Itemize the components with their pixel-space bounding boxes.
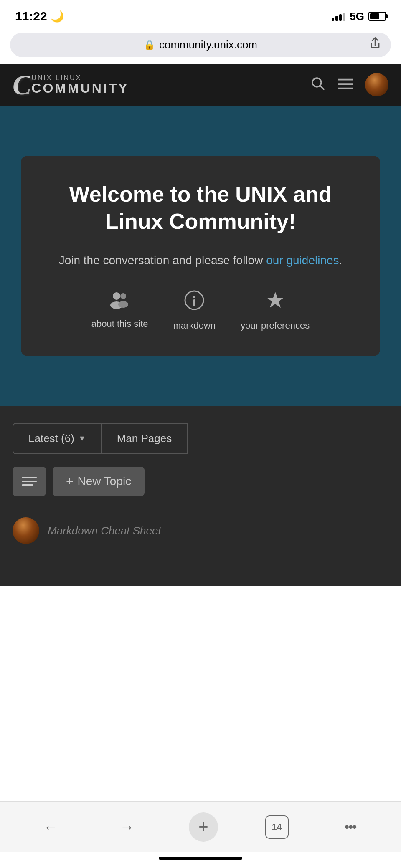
moon-icon: 🌙 bbox=[51, 10, 64, 23]
new-topic-plus-icon: + bbox=[66, 474, 74, 488]
list-view-icon bbox=[22, 477, 37, 486]
nav-header: C UNIX LINUX COMMUNITY bbox=[0, 64, 401, 106]
post-title-preview: Markdown Cheat Sheet bbox=[48, 524, 161, 537]
content-section: Latest (6) ▼ Man Pages + New Topic Markd… bbox=[0, 406, 401, 544]
quick-links: about this site markdown bbox=[42, 290, 359, 331]
forward-icon: → bbox=[119, 818, 135, 836]
home-indicator bbox=[0, 852, 401, 868]
more-options-button[interactable]: ••• bbox=[336, 812, 365, 842]
more-options-icon: ••• bbox=[345, 819, 356, 835]
back-button[interactable]: ← bbox=[36, 812, 65, 842]
about-this-site-label: about this site bbox=[91, 319, 148, 329]
time-display: 11:22 bbox=[15, 9, 47, 23]
url-text: community.unix.com bbox=[159, 38, 257, 51]
nav-icons bbox=[310, 73, 388, 96]
lock-icon: 🔒 bbox=[144, 40, 155, 51]
svg-line-1 bbox=[320, 86, 324, 89]
signal-bars bbox=[332, 12, 345, 21]
tab-latest[interactable]: Latest (6) ▼ bbox=[13, 423, 102, 454]
user-avatar[interactable] bbox=[365, 73, 388, 96]
search-icon[interactable] bbox=[310, 76, 325, 94]
network-type: 5G bbox=[350, 10, 364, 23]
site-logo[interactable]: C UNIX LINUX COMMUNITY bbox=[13, 68, 129, 101]
welcome-sub-text: Join the conversation and please follow bbox=[59, 254, 266, 267]
star-icon bbox=[265, 290, 285, 314]
logo-community: COMMUNITY bbox=[31, 81, 129, 95]
url-bar-container: 🔒 community.unix.com bbox=[0, 29, 401, 64]
actions-row: + New Topic bbox=[13, 467, 388, 496]
tab-latest-dropdown-arrow: ▼ bbox=[79, 434, 86, 443]
status-right: 5G bbox=[332, 10, 386, 23]
battery-indicator bbox=[368, 12, 386, 21]
welcome-subtitle: Join the conversation and please follow … bbox=[42, 252, 359, 269]
new-topic-button[interactable]: + New Topic bbox=[53, 467, 145, 496]
welcome-card: Welcome to the UNIX and Linux Community!… bbox=[21, 156, 380, 356]
back-icon: ← bbox=[43, 818, 58, 836]
svg-rect-11 bbox=[193, 299, 195, 306]
new-topic-label: New Topic bbox=[78, 475, 132, 488]
status-bar: 11:22 🌙 5G bbox=[0, 0, 401, 29]
tabs-count: 14 bbox=[272, 822, 282, 833]
avatar-image bbox=[365, 73, 388, 96]
markdown-label: markdown bbox=[173, 320, 216, 331]
home-bar bbox=[159, 857, 242, 860]
people-icon bbox=[109, 290, 131, 313]
svg-point-10 bbox=[193, 296, 195, 298]
list-view-button[interactable] bbox=[13, 467, 46, 496]
status-time: 11:22 🌙 bbox=[15, 9, 64, 23]
svg-marker-12 bbox=[267, 292, 284, 308]
browser-nav-bar: ← → + 14 ••• bbox=[0, 801, 401, 868]
share-icon[interactable] bbox=[369, 37, 381, 53]
welcome-title: Welcome to the UNIX and Linux Community! bbox=[42, 181, 359, 235]
browser-nav: ← → + 14 ••• bbox=[0, 802, 401, 852]
tabs-count-button[interactable]: 14 bbox=[265, 815, 289, 839]
tab-man-pages[interactable]: Man Pages bbox=[102, 423, 188, 454]
menu-icon[interactable] bbox=[338, 77, 353, 93]
info-icon bbox=[184, 290, 204, 314]
content-spacer bbox=[0, 544, 401, 586]
new-tab-button[interactable]: + bbox=[189, 812, 218, 842]
tabs-row: Latest (6) ▼ Man Pages bbox=[13, 423, 388, 454]
guidelines-link[interactable]: our guidelines bbox=[266, 254, 339, 267]
quick-link-markdown[interactable]: markdown bbox=[173, 290, 216, 331]
new-tab-icon: + bbox=[198, 817, 208, 836]
preferences-label: your preferences bbox=[241, 320, 310, 331]
forward-button[interactable]: → bbox=[112, 812, 142, 842]
quick-link-preferences[interactable]: your preferences bbox=[241, 290, 310, 331]
svg-point-5 bbox=[113, 292, 120, 300]
tab-man-pages-label: Man Pages bbox=[117, 432, 172, 445]
battery-fill bbox=[370, 13, 379, 19]
logo-c-letter: C bbox=[13, 68, 30, 101]
post-preview[interactable]: Markdown Cheat Sheet bbox=[13, 509, 388, 544]
logo-text: UNIX LINUX COMMUNITY bbox=[31, 75, 129, 95]
quick-link-about-this-site[interactable]: about this site bbox=[91, 290, 148, 331]
post-author-avatar bbox=[13, 517, 39, 544]
hero-section: Welcome to the UNIX and Linux Community!… bbox=[0, 106, 401, 406]
svg-point-6 bbox=[120, 293, 126, 299]
svg-point-8 bbox=[118, 301, 128, 308]
url-bar[interactable]: 🔒 community.unix.com bbox=[10, 33, 391, 57]
tab-latest-label: Latest (6) bbox=[28, 432, 74, 445]
